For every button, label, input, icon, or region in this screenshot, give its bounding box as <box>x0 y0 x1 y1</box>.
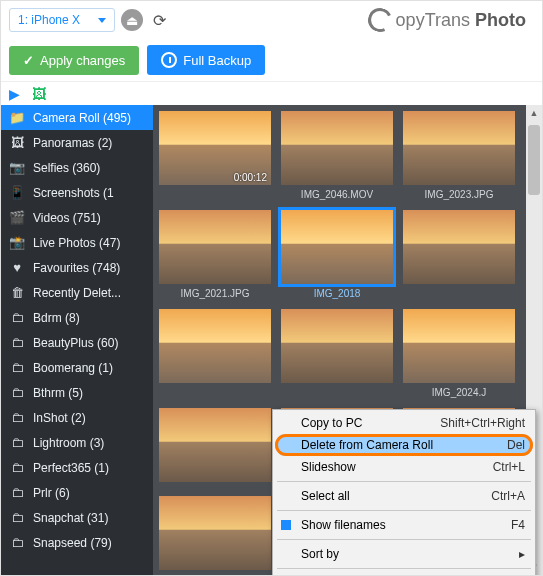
check-icon <box>23 53 34 68</box>
thumb-image <box>403 111 515 185</box>
thumb-caption: IMG_2023.JPG <box>425 189 494 200</box>
album-icon: 📱 <box>9 185 25 200</box>
album-label: Camera Roll (495) <box>33 111 131 125</box>
sidebar-item-9[interactable]: 🗀BeautyPlus (60) <box>1 330 153 355</box>
sidebar-item-4[interactable]: 🎬Videos (751) <box>1 205 153 230</box>
history-icon <box>161 52 177 68</box>
album-icon: 🗀 <box>9 435 25 450</box>
chevron-down-icon <box>98 18 106 23</box>
album-label: BeautyPlus (60) <box>33 336 118 350</box>
thumb-caption: IMG_1984.JPG <box>181 574 250 575</box>
thumbnail[interactable] <box>159 309 271 398</box>
thumbnail[interactable]: IMG_2021.JPG <box>159 210 271 299</box>
backup-label: Full Backup <box>183 53 251 68</box>
brand-text-2: Photo <box>475 10 526 30</box>
thumb-caption: IMG_2018 <box>314 288 361 299</box>
album-label: Perfect365 (1) <box>33 461 109 475</box>
ctx-item-slideshow[interactable]: SlideshowCtrl+L <box>275 456 533 478</box>
album-label: Snapchat (31) <box>33 511 108 525</box>
ctx-shortcut: F4 <box>511 518 525 532</box>
album-icon: 🖼 <box>9 135 25 150</box>
album-label: Screenshots (1 <box>33 186 114 200</box>
sidebar-item-12[interactable]: 🗀InShot (2) <box>1 405 153 430</box>
sidebar-item-14[interactable]: 🗀Perfect365 (1) <box>1 455 153 480</box>
ctx-label: Show filenames <box>301 518 511 532</box>
play-icon[interactable]: ▶ <box>9 86 20 102</box>
album-icon: 📸 <box>9 235 25 250</box>
sidebar-item-3[interactable]: 📱Screenshots (1 <box>1 180 153 205</box>
apply-changes-button[interactable]: Apply changes <box>9 46 139 75</box>
thumb-caption: IMG_2046.MOV <box>301 189 373 200</box>
scroll-handle[interactable] <box>528 125 540 195</box>
thumbnail[interactable] <box>159 408 271 486</box>
thumb-image <box>159 408 271 482</box>
sidebar-item-0[interactable]: 📁Camera Roll (495) <box>1 105 153 130</box>
thumb-caption: IMG_2024.J <box>432 387 486 398</box>
ctx-separator <box>277 539 531 540</box>
ctx-item-delete-from-camera-roll[interactable]: Delete from Camera RollDel <box>275 434 533 456</box>
ctx-item-show-filenames[interactable]: Show filenamesF4 <box>275 514 533 536</box>
brand-logo: opyTrans Photo <box>368 8 534 32</box>
ctx-item-select-all[interactable]: Select allCtrl+A <box>275 485 533 507</box>
eject-button[interactable]: ⏏ <box>121 9 143 31</box>
thumb-image: 0:00:12 <box>159 111 271 185</box>
album-icon: 🗀 <box>9 460 25 475</box>
album-label: InShot (2) <box>33 411 86 425</box>
thumbnail[interactable] <box>281 309 393 398</box>
brand-text-1: opyTrans <box>396 10 470 30</box>
thumbnail[interactable]: IMG_1984.JPG <box>159 496 271 575</box>
sidebar-item-8[interactable]: 🗀Bdrm (8) <box>1 305 153 330</box>
sidebar-item-11[interactable]: 🗀Bthrm (5) <box>1 380 153 405</box>
ctx-label: Select all <box>301 489 491 503</box>
chevron-right-icon: ▸ <box>519 547 525 561</box>
thumb-image <box>403 309 515 383</box>
thumbnail[interactable]: IMG_2024.J <box>403 309 515 398</box>
device-selector[interactable]: 1: iPhone X <box>9 8 115 32</box>
refresh-button[interactable]: ⟳ <box>149 10 169 30</box>
album-label: Selfies (360) <box>33 161 100 175</box>
sidebar-item-1[interactable]: 🖼Panoramas (2) <box>1 130 153 155</box>
ctx-item-sort-by[interactable]: Sort by▸ <box>275 543 533 565</box>
album-label: Recently Delet... <box>33 286 121 300</box>
sidebar-item-2[interactable]: 📷Selfies (360) <box>1 155 153 180</box>
ctx-shortcut: Ctrl+A <box>491 489 525 503</box>
sidebar-item-15[interactable]: 🗀Prlr (6) <box>1 480 153 505</box>
album-icon: 📁 <box>9 110 25 125</box>
ctx-shortcut: Shift+Ctrl+Right <box>440 416 525 430</box>
sidebar-item-13[interactable]: 🗀Lightroom (3) <box>1 430 153 455</box>
album-icon: 🗀 <box>9 385 25 400</box>
sidebar-item-7[interactable]: 🗑Recently Delet... <box>1 280 153 305</box>
device-label: 1: iPhone X <box>18 13 80 27</box>
album-label: Favourites (748) <box>33 261 120 275</box>
thumb-image <box>159 496 271 570</box>
context-menu: Copy to PCShift+Ctrl+RightDelete from Ca… <box>272 409 536 575</box>
ctx-separator <box>277 568 531 569</box>
thumbnail[interactable]: IMG_2018 <box>281 210 393 299</box>
ctx-item-properties[interactable]: Properties▸ <box>275 572 533 575</box>
ctx-separator <box>277 510 531 511</box>
thumbnail[interactable]: IMG_2046.MOV <box>281 111 393 200</box>
ctx-item-copy-to-pc[interactable]: Copy to PCShift+Ctrl+Right <box>275 412 533 434</box>
thumb-image <box>281 210 393 284</box>
full-backup-button[interactable]: Full Backup <box>147 45 265 75</box>
thumb-image <box>281 111 393 185</box>
app-window: 1: iPhone X ⏏ ⟳ opyTrans Photo Apply cha… <box>0 0 543 576</box>
ctx-label: Slideshow <box>301 460 493 474</box>
album-label: Lightroom (3) <box>33 436 104 450</box>
check-icon <box>281 520 291 530</box>
thumbnail[interactable]: 0:00:12 <box>159 111 271 200</box>
album-icon: 🗀 <box>9 310 25 325</box>
album-label: Bthrm (5) <box>33 386 83 400</box>
album-icon: 📷 <box>9 160 25 175</box>
sidebar-item-10[interactable]: 🗀Boomerang (1) <box>1 355 153 380</box>
sidebar-item-5[interactable]: 📸Live Photos (47) <box>1 230 153 255</box>
album-icon: 🎬 <box>9 210 25 225</box>
scroll-up-icon[interactable]: ▲ <box>526 105 542 121</box>
sidebar-item-17[interactable]: 🗀Snapseed (79) <box>1 530 153 555</box>
thumbnail[interactable] <box>403 210 515 299</box>
thumbnail[interactable]: IMG_2023.JPG <box>403 111 515 200</box>
sidebar-item-6[interactable]: ♥Favourites (748) <box>1 255 153 280</box>
album-icon: 🗀 <box>9 335 25 350</box>
image-icon[interactable]: 🖼 <box>32 86 46 102</box>
sidebar-item-16[interactable]: 🗀Snapchat (31) <box>1 505 153 530</box>
